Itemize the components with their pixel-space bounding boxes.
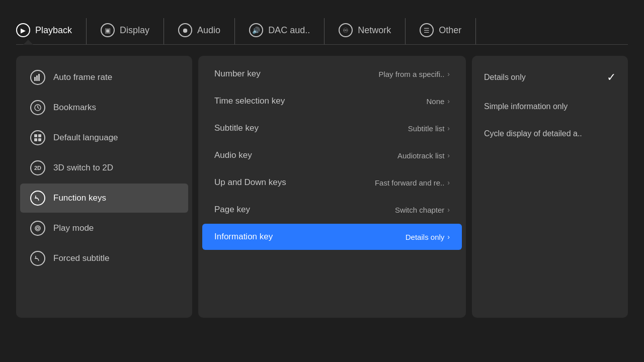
chevron-right-icon: › xyxy=(447,206,450,214)
tab-label-display: Display xyxy=(120,25,149,36)
middle-row-subtitle-key[interactable]: Subtitle keySubtitle list› xyxy=(202,115,462,141)
left-item-label-3d-switch: 3D switch to 2D xyxy=(53,163,113,173)
right-option-details-only[interactable]: Details only✓ xyxy=(472,62,628,93)
middle-row-label-time-selection-key: Time selection key xyxy=(214,96,285,106)
chevron-right-icon: › xyxy=(447,233,450,241)
volume-icon: 🔊 xyxy=(249,23,263,37)
chevron-right-icon: › xyxy=(447,178,450,187)
middle-row-label-number-key: Number key xyxy=(214,69,261,79)
tab-other[interactable]: ☰Other xyxy=(406,18,476,44)
tab-label-network: Network xyxy=(358,25,391,36)
left-item-default-language[interactable]: Default language xyxy=(20,123,188,152)
middle-row-label-information-key: Information key xyxy=(214,232,273,242)
svg-rect-0 xyxy=(34,77,36,81)
right-option-label-details-only: Details only xyxy=(484,73,526,82)
right-option-label-cycle-display: Cycle display of detailed a.. xyxy=(484,129,582,138)
tab-label-dac: DAC aud.. xyxy=(268,25,310,36)
right-option-label-simple-info: Simple information only xyxy=(484,102,568,111)
left-item-label-auto-frame-rate: Auto frame rate xyxy=(53,72,112,82)
play-mode-icon xyxy=(30,221,45,236)
chevron-right-icon: › xyxy=(447,151,450,159)
left-item-function-keys[interactable]: Function keys xyxy=(20,184,188,213)
right-panel: Details only✓Simple information onlyCycl… xyxy=(472,56,628,318)
middle-row-value-number-key: Play from a specifi..› xyxy=(378,70,450,78)
header: ▶Playback▣Display⏺Audio🔊DAC aud..♾Networ… xyxy=(0,0,644,45)
tab-indicator xyxy=(23,40,33,45)
middle-row-value-text-audio-key: Audiotrack list xyxy=(397,151,444,160)
middle-row-label-subtitle-key: Subtitle key xyxy=(214,123,259,133)
menu-icon: ☰ xyxy=(420,23,434,37)
globe-icon: ♾ xyxy=(339,23,353,37)
svg-point-11 xyxy=(37,227,39,230)
audio-icon: ⏺ xyxy=(178,23,192,37)
middle-row-label-audio-key: Audio key xyxy=(214,150,252,160)
svg-point-10 xyxy=(35,226,40,231)
middle-panel: Number keyPlay from a specifi..›Time sel… xyxy=(198,56,466,318)
svg-rect-8 xyxy=(34,138,37,141)
middle-row-value-text-number-key: Play from a specifi.. xyxy=(378,70,444,78)
middle-row-value-page-key: Switch chapter› xyxy=(395,206,450,214)
bar-chart-icon xyxy=(30,70,45,85)
left-item-label-play-mode: Play mode xyxy=(53,223,94,233)
left-item-label-default-language: Default language xyxy=(53,133,118,143)
left-item-label-function-keys: Function keys xyxy=(53,193,106,203)
checkmark-icon: ✓ xyxy=(607,71,616,84)
left-item-play-mode[interactable]: Play mode xyxy=(20,214,188,243)
middle-row-value-information-key: Details only› xyxy=(406,233,450,241)
middle-row-value-text-time-selection-key: None xyxy=(426,97,444,106)
svg-rect-7 xyxy=(38,134,41,137)
middle-row-label-up-down-keys: Up and Down keys xyxy=(214,177,286,188)
left-item-label-forced-subtitle: Forced subtitle xyxy=(53,253,110,263)
left-item-forced-subtitle[interactable]: Forced subtitle xyxy=(20,244,188,273)
svg-rect-6 xyxy=(34,134,37,137)
svg-line-5 xyxy=(38,108,39,109)
main-content: Auto frame rateBookmarksDefault language… xyxy=(0,45,644,329)
function-icon xyxy=(30,191,45,206)
tab-label-other: Other xyxy=(439,25,461,36)
middle-row-number-key[interactable]: Number keyPlay from a specifi..› xyxy=(202,61,462,87)
tab-network[interactable]: ♾Network xyxy=(325,18,406,44)
middle-row-value-audio-key: Audiotrack list› xyxy=(397,151,450,160)
svg-rect-9 xyxy=(38,138,41,141)
middle-row-page-key[interactable]: Page keySwitch chapter› xyxy=(202,197,462,223)
tab-display[interactable]: ▣Display xyxy=(87,18,164,44)
tab-dac[interactable]: 🔊DAC aud.. xyxy=(235,18,325,44)
tab-label-audio: Audio xyxy=(197,25,220,36)
middle-row-value-text-up-down-keys: Fast forward and re.. xyxy=(375,178,444,187)
middle-row-value-subtitle-key: Subtitle list› xyxy=(408,124,450,133)
left-item-label-bookmarks: Bookmarks xyxy=(53,103,96,113)
tab-bar: ▶Playback▣Display⏺Audio🔊DAC aud..♾Networ… xyxy=(16,18,628,45)
clock-icon xyxy=(30,100,45,115)
chevron-right-icon: › xyxy=(447,124,450,132)
left-item-bookmarks[interactable]: Bookmarks xyxy=(20,93,188,122)
middle-row-value-text-subtitle-key: Subtitle list xyxy=(408,124,445,133)
svg-rect-1 xyxy=(36,75,38,81)
play-icon: ▶ xyxy=(16,23,30,37)
2d-icon: 2D xyxy=(30,160,45,175)
middle-row-value-up-down-keys: Fast forward and re..› xyxy=(375,178,450,187)
tab-label-playback: Playback xyxy=(35,25,72,36)
monitor-icon: ▣ xyxy=(101,23,115,37)
middle-row-up-down-keys[interactable]: Up and Down keysFast forward and re..› xyxy=(202,169,462,196)
tab-audio[interactable]: ⏺Audio xyxy=(164,18,235,44)
left-item-auto-frame-rate[interactable]: Auto frame rate xyxy=(20,63,188,92)
right-option-simple-info[interactable]: Simple information only xyxy=(472,93,628,120)
chevron-right-icon: › xyxy=(447,97,450,105)
grid-icon xyxy=(30,130,45,145)
right-option-cycle-display[interactable]: Cycle display of detailed a.. xyxy=(472,120,628,147)
middle-row-information-key[interactable]: Information keyDetails only› xyxy=(202,224,462,250)
middle-row-value-text-information-key: Details only xyxy=(406,233,445,241)
middle-row-label-page-key: Page key xyxy=(214,205,250,215)
subtitle-icon xyxy=(30,251,45,266)
svg-rect-2 xyxy=(38,74,40,81)
middle-row-value-text-page-key: Switch chapter xyxy=(395,206,444,214)
left-panel: Auto frame rateBookmarksDefault language… xyxy=(16,56,192,318)
left-item-3d-switch[interactable]: 2D3D switch to 2D xyxy=(20,153,188,183)
middle-row-time-selection-key[interactable]: Time selection keyNone› xyxy=(202,88,462,114)
middle-row-value-time-selection-key: None› xyxy=(426,97,450,106)
middle-row-audio-key[interactable]: Audio keyAudiotrack list› xyxy=(202,142,462,168)
chevron-right-icon: › xyxy=(447,70,450,78)
